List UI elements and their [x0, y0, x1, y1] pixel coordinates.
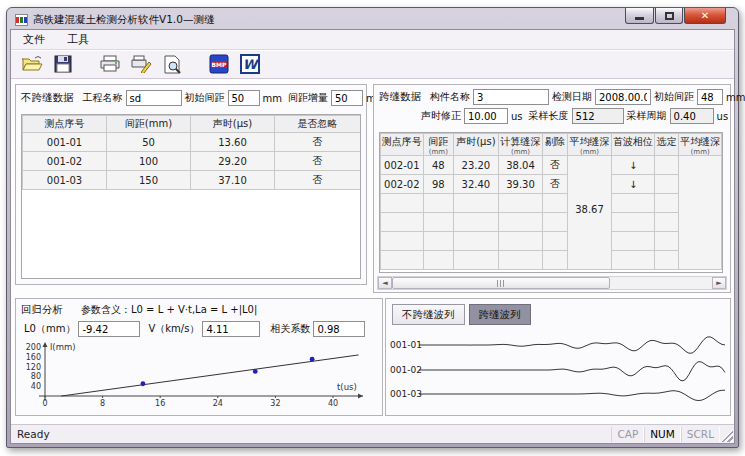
cell[interactable] — [612, 213, 655, 232]
cell[interactable]: 39.30 — [498, 175, 543, 194]
window-title: 高铁建混凝土检测分析软件V1.0—测缝 — [33, 13, 214, 27]
cell[interactable] — [654, 156, 678, 175]
scroll-track[interactable] — [392, 277, 712, 289]
save-button[interactable] — [50, 52, 75, 76]
cell[interactable] — [543, 232, 567, 251]
project-name-input[interactable] — [126, 90, 182, 106]
detect-date-input[interactable] — [595, 89, 651, 105]
print-button[interactable] — [97, 52, 122, 76]
cell[interactable] — [654, 175, 678, 194]
cell[interactable] — [454, 213, 499, 232]
spacing-increment-input[interactable] — [331, 90, 363, 106]
cell[interactable] — [381, 194, 424, 213]
cell[interactable]: 002-01 — [381, 156, 424, 175]
cell[interactable]: 48 — [423, 156, 453, 175]
cell[interactable] — [612, 251, 655, 270]
l0-input[interactable] — [78, 321, 140, 337]
cell[interactable] — [654, 251, 678, 270]
cell[interactable]: ↓ — [612, 156, 655, 175]
resize-grip[interactable] — [720, 429, 733, 442]
cell[interactable]: 否 — [275, 152, 361, 171]
cell[interactable]: 50 — [107, 133, 191, 152]
cell[interactable]: 002-02 — [381, 175, 424, 194]
cell[interactable]: 150 — [107, 171, 191, 190]
cell[interactable] — [543, 194, 567, 213]
cross-initial-spacing-input[interactable] — [697, 89, 723, 105]
cell[interactable]: 32.40 — [454, 175, 499, 194]
maximize-button[interactable] — [655, 8, 683, 24]
open-file-button[interactable] — [19, 52, 44, 76]
cell[interactable] — [454, 232, 499, 251]
cell[interactable]: 37.10 — [191, 171, 275, 190]
cell[interactable]: 29.20 — [191, 152, 275, 171]
table-row[interactable] — [381, 232, 722, 251]
scroll-right-arrow[interactable]: ► — [712, 277, 726, 289]
cell[interactable]: 13.60 — [191, 133, 275, 152]
sample-period-input[interactable] — [670, 108, 714, 124]
scroll-thumb[interactable] — [392, 277, 610, 289]
tab-noncross-waves[interactable]: 不跨缝波列 — [392, 304, 465, 325]
table-row[interactable] — [381, 251, 722, 270]
cell[interactable]: 001-01 — [23, 133, 107, 152]
table-row[interactable]: 001-015013.60否 — [23, 133, 361, 152]
cell[interactable] — [498, 213, 543, 232]
cell[interactable] — [381, 232, 424, 251]
cell[interactable] — [381, 251, 424, 270]
cell[interactable]: 否 — [543, 175, 567, 194]
table-row[interactable]: 001-0210029.20否 — [23, 152, 361, 171]
cell[interactable] — [654, 213, 678, 232]
cell[interactable] — [498, 232, 543, 251]
table-row[interactable]: 001-0315037.10否 — [23, 171, 361, 190]
cell[interactable] — [543, 213, 567, 232]
print-setup-button[interactable] — [128, 52, 153, 76]
cell[interactable] — [654, 194, 678, 213]
table-row[interactable]: 002-014823.2038.04否38.67↓ — [381, 156, 722, 175]
cell[interactable] — [423, 251, 453, 270]
svg-text:120: 120 — [26, 363, 41, 372]
cell[interactable] — [543, 251, 567, 270]
menu-file[interactable]: 文件 — [19, 31, 49, 48]
cross-table-hscrollbar[interactable]: ◄ ► — [377, 276, 727, 290]
table-row[interactable] — [381, 213, 722, 232]
cell[interactable]: 001-03 — [23, 171, 107, 190]
table-row[interactable]: 002-029832.4039.30否↓ — [381, 175, 722, 194]
cell[interactable] — [454, 194, 499, 213]
cell[interactable]: 否 — [543, 156, 567, 175]
component-name-input[interactable] — [473, 89, 549, 105]
cell[interactable] — [423, 194, 453, 213]
close-button[interactable]: ✕ — [684, 8, 726, 24]
cell[interactable]: 23.20 — [454, 156, 499, 175]
print-preview-button[interactable] — [159, 52, 184, 76]
table-row[interactable] — [381, 194, 722, 213]
cell[interactable] — [454, 251, 499, 270]
cell[interactable] — [423, 232, 453, 251]
cell[interactable] — [498, 251, 543, 270]
cell[interactable]: ↓ — [612, 175, 655, 194]
cell[interactable] — [381, 213, 424, 232]
cell[interactable]: 100 — [107, 152, 191, 171]
export-word-button[interactable]: W — [237, 52, 262, 76]
cell[interactable]: 001-02 — [23, 152, 107, 171]
sample-length-input[interactable] — [572, 108, 624, 124]
export-bmp-button[interactable]: BMP — [206, 52, 231, 76]
scroll-left-arrow[interactable]: ◄ — [378, 277, 392, 289]
velocity-input[interactable] — [202, 321, 260, 337]
cell[interactable] — [498, 194, 543, 213]
cell[interactable]: 否 — [275, 171, 361, 190]
merged-cell[interactable] — [679, 156, 722, 270]
merged-cell[interactable]: 38.67 — [567, 156, 612, 270]
cell[interactable]: 98 — [423, 175, 453, 194]
time-correction-input[interactable] — [464, 108, 508, 124]
cell[interactable]: 38.04 — [498, 156, 543, 175]
menu-tools[interactable]: 工具 — [63, 31, 93, 48]
cell[interactable]: 否 — [275, 133, 361, 152]
minimize-button[interactable] — [625, 8, 654, 24]
cell[interactable] — [612, 194, 655, 213]
correlation-input[interactable] — [313, 321, 365, 337]
title-bar[interactable]: 高铁建混凝土检测分析软件V1.0—测缝 ✕ — [7, 8, 738, 29]
cell[interactable] — [654, 232, 678, 251]
cell[interactable] — [423, 213, 453, 232]
initial-spacing-input[interactable] — [228, 90, 260, 106]
cell[interactable] — [612, 232, 655, 251]
tab-cross-waves[interactable]: 跨缝波列 — [469, 304, 531, 325]
